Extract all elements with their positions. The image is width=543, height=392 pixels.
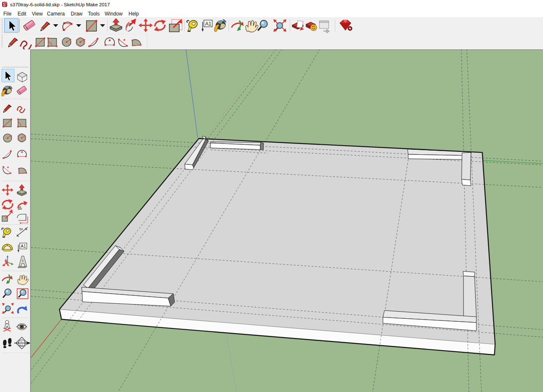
- svg-text:G: G: [21, 340, 23, 343]
- svg-text:A1: A1: [205, 21, 211, 27]
- svg-text:A1: A1: [21, 244, 26, 249]
- svg-text:ΔS: ΔS: [20, 344, 23, 346]
